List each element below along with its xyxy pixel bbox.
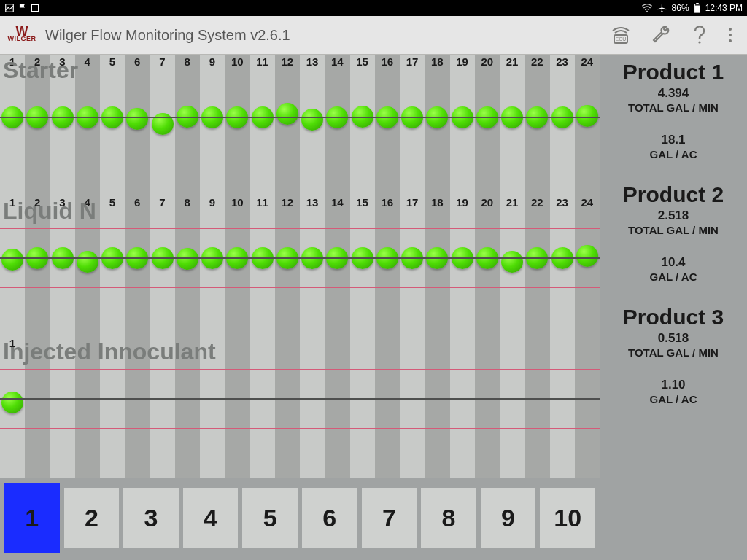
column-number: 15 bbox=[350, 55, 375, 68]
product-rate-unit: GAL / AC bbox=[603, 271, 744, 283]
column-number: 17 bbox=[400, 196, 425, 209]
airplane-icon bbox=[657, 3, 667, 13]
column-number: 23 bbox=[550, 196, 575, 209]
svg-rect-5 bbox=[694, 6, 700, 13]
flow-indicator-ball[interactable] bbox=[576, 245, 598, 267]
overflow-menu-icon[interactable] bbox=[727, 25, 734, 45]
column-number: 13 bbox=[300, 55, 325, 68]
android-status-bar: 86% 12:43 PM bbox=[0, 0, 747, 16]
battery-percent: 86% bbox=[672, 3, 689, 13]
column-number: 22 bbox=[525, 55, 549, 68]
column-number: 6 bbox=[125, 55, 150, 68]
flow-indicator-ball[interactable] bbox=[77, 251, 98, 273]
column-number: 24 bbox=[575, 196, 600, 209]
product-readout[interactable]: Product 22.518TOTAL GAL / MIN10.4GAL / A… bbox=[603, 182, 744, 283]
column-number: 15 bbox=[350, 196, 375, 209]
chart-block[interactable]: Injected Innoculant1 bbox=[0, 337, 600, 478]
column-number: 7 bbox=[150, 196, 175, 209]
page-tab-3[interactable]: 3 bbox=[123, 488, 179, 548]
page-tab-4[interactable]: 4 bbox=[183, 488, 239, 548]
column-number: 20 bbox=[475, 55, 500, 68]
help-icon[interactable] bbox=[692, 25, 708, 45]
svg-point-10 bbox=[729, 34, 732, 36]
column-number: 4 bbox=[75, 55, 100, 68]
page-tab-10[interactable]: 10 bbox=[540, 488, 595, 548]
flow-indicator-ball[interactable] bbox=[1, 392, 23, 413]
column-number: 11 bbox=[250, 196, 275, 209]
product-rate-value: 1.10 bbox=[603, 378, 744, 392]
product-readout[interactable]: Product 14.394TOTAL GAL / MIN18.1GAL / A… bbox=[603, 60, 744, 160]
products-sidebar: Product 14.394TOTAL GAL / MIN18.1GAL / A… bbox=[600, 55, 747, 478]
column-number: 19 bbox=[450, 55, 475, 68]
svg-rect-0 bbox=[6, 4, 14, 12]
flag-icon bbox=[18, 3, 28, 13]
wifi-icon bbox=[641, 3, 653, 13]
flow-indicator-ball[interactable] bbox=[1, 249, 23, 271]
charts-area: Starter123456789101112131415161718192021… bbox=[0, 55, 600, 478]
product-title: Product 1 bbox=[603, 60, 744, 85]
column-number: 12 bbox=[275, 55, 300, 68]
column-number: 21 bbox=[500, 196, 525, 209]
column-number: 8 bbox=[175, 196, 200, 209]
product-total-value: 2.518 bbox=[603, 209, 744, 223]
flow-indicator-ball[interactable] bbox=[276, 103, 298, 125]
chart-title: Starter bbox=[3, 57, 78, 84]
column-number: 10 bbox=[225, 55, 249, 68]
svg-point-11 bbox=[729, 39, 732, 42]
column-number: 12 bbox=[275, 196, 300, 209]
product-title: Product 2 bbox=[603, 182, 744, 207]
product-rate-value: 10.4 bbox=[603, 255, 744, 270]
flow-indicator-ball[interactable] bbox=[301, 109, 323, 131]
chart-title: Injected Innoculant bbox=[3, 338, 216, 365]
page-tab-5[interactable]: 5 bbox=[242, 488, 298, 548]
square-icon bbox=[31, 4, 39, 12]
column-number: 20 bbox=[475, 196, 500, 209]
page-tabs: 12345678910 bbox=[0, 478, 600, 557]
svg-point-8 bbox=[698, 41, 700, 43]
column-number: 9 bbox=[200, 196, 225, 209]
column-number: 13 bbox=[300, 196, 325, 209]
column-number: 16 bbox=[375, 196, 400, 209]
ecu-icon[interactable]: ECU bbox=[610, 25, 632, 45]
product-total-value: 4.394 bbox=[603, 86, 744, 101]
product-rate-unit: GAL / AC bbox=[603, 148, 744, 160]
product-readout[interactable]: Product 30.518TOTAL GAL / MIN1.10GAL / A… bbox=[603, 305, 744, 405]
column-number: 18 bbox=[425, 55, 449, 68]
column-number: 14 bbox=[325, 196, 349, 209]
page-tab-8[interactable]: 8 bbox=[421, 488, 476, 548]
flow-indicator-ball[interactable] bbox=[177, 248, 198, 270]
column-number: 22 bbox=[525, 196, 549, 209]
page-tab-7[interactable]: 7 bbox=[362, 488, 417, 548]
svg-text:ECU: ECU bbox=[616, 36, 627, 42]
column-number: 8 bbox=[175, 55, 200, 68]
app-toolbar: W WILGER Wilger Flow Monitoring System v… bbox=[0, 16, 747, 55]
column-number: 16 bbox=[375, 55, 400, 68]
chart-title: Liquid N bbox=[3, 198, 96, 225]
wrench-icon[interactable] bbox=[651, 25, 673, 45]
column-number: 10 bbox=[225, 196, 249, 209]
product-total-value: 0.518 bbox=[603, 331, 744, 346]
column-number: 17 bbox=[400, 55, 425, 68]
page-tab-2[interactable]: 2 bbox=[64, 488, 120, 548]
flow-indicator-ball[interactable] bbox=[501, 251, 523, 273]
chart-block[interactable]: Starter123456789101112131415161718192021… bbox=[0, 55, 600, 196]
chart-block[interactable]: Liquid N12345678910111213141516171819202… bbox=[0, 196, 600, 337]
clock-time: 12:43 PM bbox=[705, 3, 743, 13]
image-icon bbox=[4, 3, 15, 13]
page-tab-1[interactable]: 1 bbox=[4, 483, 60, 553]
column-number: 21 bbox=[500, 55, 525, 68]
page-tab-9[interactable]: 9 bbox=[481, 488, 536, 548]
svg-rect-1 bbox=[31, 4, 39, 12]
product-rate-unit: GAL / AC bbox=[603, 393, 744, 405]
page-tab-6[interactable]: 6 bbox=[302, 488, 357, 548]
column-number: 14 bbox=[325, 55, 349, 68]
svg-point-2 bbox=[646, 11, 648, 12]
battery-icon bbox=[694, 3, 701, 13]
flow-indicator-ball[interactable] bbox=[576, 105, 598, 127]
product-rate-value: 18.1 bbox=[603, 133, 744, 147]
column-number: 11 bbox=[250, 55, 275, 68]
main-content: Starter123456789101112131415161718192021… bbox=[0, 55, 747, 478]
column-number: 5 bbox=[100, 196, 125, 209]
product-total-unit: TOTAL GAL / MIN bbox=[603, 101, 744, 114]
column-number: 24 bbox=[575, 55, 600, 68]
